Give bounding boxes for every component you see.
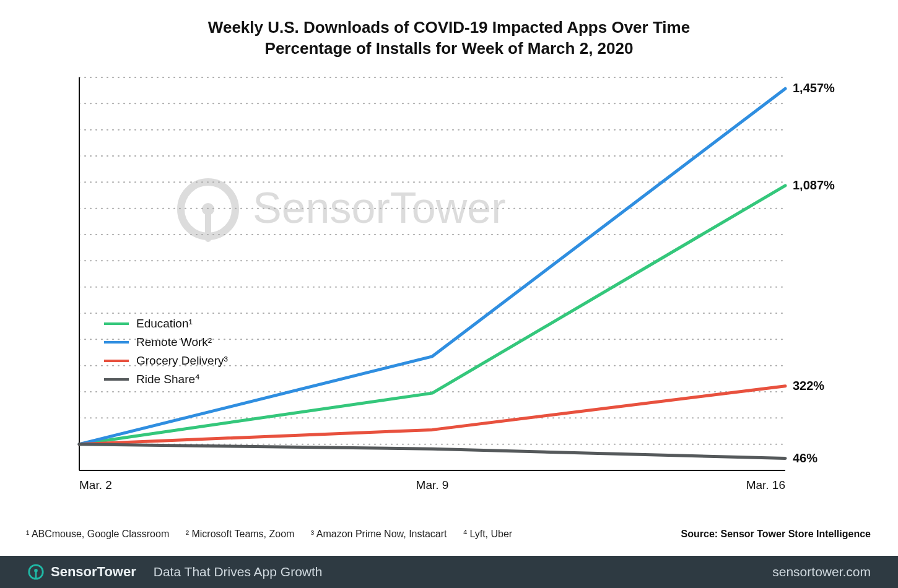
plot-area: SensorTower 0%100%200%300%400%500%600%70… xyxy=(73,71,841,504)
footnotes: ¹ ABCmouse, Google Classroom ² Microsoft… xyxy=(26,528,526,540)
series-line xyxy=(79,89,785,444)
footnote-3: ³ Amazon Prime Now, Instacart xyxy=(311,529,447,539)
series-line xyxy=(79,386,785,444)
footer-tagline: Data That Drives App Growth xyxy=(154,564,323,579)
footer-url: sensortower.com xyxy=(772,564,871,579)
series-end-label: 1,457% xyxy=(793,81,835,95)
footnote-2: ² Microsoft Teams, Zoom xyxy=(186,529,295,539)
watermark: SensorTower xyxy=(181,182,506,239)
footer-brand: SensorTower xyxy=(51,564,136,580)
x-tick-label: Mar. 2 xyxy=(79,478,112,491)
chart-container: Weekly U.S. Downloads of COVID-19 Impact… xyxy=(0,0,898,588)
legend-label: Education¹ xyxy=(136,317,193,330)
series-end-label: 1,087% xyxy=(793,178,835,192)
series-end-label: 46% xyxy=(793,451,817,465)
sensortower-icon xyxy=(27,563,45,581)
legend-label: Ride Share⁴ xyxy=(136,373,200,386)
series-end-label: 322% xyxy=(793,379,824,392)
footer-logo: SensorTower xyxy=(27,563,136,581)
x-tick-label: Mar. 16 xyxy=(746,478,785,491)
legend-label: Remote Work² xyxy=(136,335,212,348)
title-line-2: Percentage of Installs for Week of March… xyxy=(0,38,898,59)
footer-bar: SensorTower Data That Drives App Growth … xyxy=(0,556,898,588)
series-line xyxy=(79,444,785,459)
footnote-4: ⁴ Lyft, Uber xyxy=(463,529,512,539)
chart-svg: SensorTower 0%100%200%300%400%500%600%70… xyxy=(73,71,841,504)
source-text: Source: Sensor Tower Store Intelligence xyxy=(681,529,871,540)
title-line-1: Weekly U.S. Downloads of COVID-19 Impact… xyxy=(0,17,898,38)
chart-title: Weekly U.S. Downloads of COVID-19 Impact… xyxy=(0,0,898,59)
footnote-1: ¹ ABCmouse, Google Classroom xyxy=(26,529,169,539)
legend-label: Grocery Delivery³ xyxy=(136,354,228,367)
x-tick-label: Mar. 9 xyxy=(416,478,449,491)
